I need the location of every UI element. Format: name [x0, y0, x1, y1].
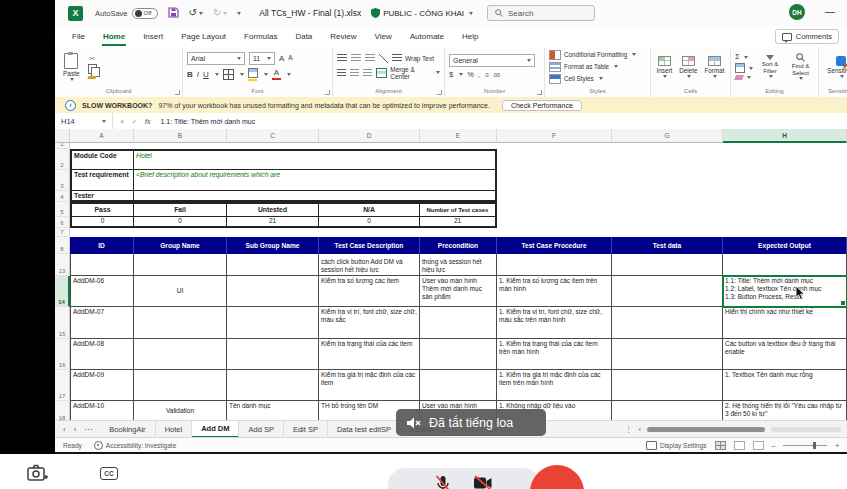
row-header[interactable]: 18	[55, 401, 70, 420]
tab-data[interactable]: Data	[286, 26, 321, 47]
align-right-button[interactable]	[363, 69, 372, 77]
row-header[interactable]: 5	[55, 202, 70, 217]
cell[interactable]	[420, 370, 497, 401]
sheet-nav-more-icon[interactable]: ⋯	[84, 425, 92, 434]
align-bottom-button[interactable]	[365, 54, 375, 62]
cell-module-code-label[interactable]: Module Code	[70, 149, 134, 170]
comma-style-button[interactable]: ,	[478, 70, 480, 79]
cell[interactable]	[497, 254, 612, 276]
sensitivity-label-button[interactable]: PUBLIC - CÔNG KHAI	[371, 8, 473, 18]
formula-input[interactable]: 1.1: Title: Thêm mới danh mục	[161, 118, 256, 125]
decrease-font-button[interactable]: A	[288, 55, 292, 62]
cell[interactable]: 1. Textbox Tên danh mục rỗng	[723, 370, 847, 401]
cell[interactable]: Tên danh mục	[227, 401, 319, 420]
tab-home[interactable]: Home	[94, 26, 134, 47]
tab-review[interactable]: Review	[321, 26, 365, 47]
row-header[interactable]: 3	[55, 170, 70, 191]
cell[interactable]	[612, 254, 723, 276]
clear-button[interactable]	[735, 75, 751, 80]
autosum-button[interactable]: Σ	[735, 53, 748, 61]
sheet-nav-prev-icon[interactable]: ‹	[63, 425, 66, 434]
table-header-test-data[interactable]: Test data	[612, 237, 723, 254]
number-dialog-launcher-icon[interactable]	[537, 90, 542, 95]
decrease-decimal-button[interactable]: .00	[493, 72, 501, 78]
end-call-button[interactable]	[530, 465, 584, 489]
font-dialog-launcher-icon[interactable]	[325, 90, 330, 95]
cell-tester-label[interactable]: Tester	[70, 191, 134, 202]
col-header-d[interactable]: D	[319, 129, 420, 143]
table-header-expected-output[interactable]: Expected Output	[723, 237, 847, 254]
cell-summary-value[interactable]: 21	[227, 217, 319, 228]
col-header-f[interactable]: F	[497, 129, 612, 143]
increase-font-button[interactable]: A	[279, 55, 284, 63]
cell[interactable]	[612, 401, 723, 420]
borders-button[interactable]	[223, 69, 234, 80]
merge-center-button[interactable]: Merge & Center	[376, 66, 440, 80]
fill-button[interactable]	[735, 63, 753, 73]
italic-button[interactable]: I	[197, 71, 199, 79]
check-performance-button[interactable]: Check Performance	[502, 100, 582, 111]
cell-test-requirement-value[interactable]: <Brief description about requirements wh…	[134, 170, 497, 191]
zoom-slider-handle[interactable]	[813, 442, 816, 449]
cell-summary-header[interactable]: Number of Test cases	[420, 202, 497, 217]
alignment-dialog-launcher-icon[interactable]	[437, 90, 442, 95]
tab-insert[interactable]: Insert	[134, 26, 172, 47]
cell[interactable]: UI	[134, 276, 227, 307]
paste-button[interactable]: Paste	[59, 52, 84, 82]
col-header-b[interactable]: B	[134, 129, 227, 143]
cell[interactable]	[227, 307, 319, 339]
quick-access-more-icon[interactable]	[237, 12, 241, 15]
row-header-selected[interactable]: 14	[55, 276, 70, 307]
table-header-test-case-procedure[interactable]: Test Case Procedure	[497, 237, 612, 254]
cell[interactable]	[227, 254, 319, 276]
font-size-select[interactable]: 11	[249, 52, 275, 65]
row-header[interactable]: 17	[55, 370, 70, 401]
underline-button[interactable]: U	[203, 71, 209, 79]
comments-button[interactable]: Comments	[775, 29, 839, 44]
horizontal-scrollbar-thumb[interactable]	[647, 427, 765, 432]
sheet-tab-bookingair[interactable]: BookingAir	[100, 421, 155, 438]
captions-button[interactable]: CC	[100, 467, 118, 480]
row-header[interactable]: 6	[55, 217, 70, 228]
search-input[interactable]: Search	[487, 5, 595, 21]
camera-muted-button[interactable]	[473, 475, 493, 489]
accounting-format-button[interactable]: $	[449, 70, 453, 79]
delete-cells-button[interactable]: Delete	[679, 56, 697, 78]
cell[interactable]	[134, 307, 227, 339]
zoom-in-button[interactable]: +	[835, 442, 839, 449]
avatar[interactable]: DH	[789, 4, 805, 20]
sensitivity-button[interactable]: Sensitivity	[827, 56, 847, 78]
sort-filter-button[interactable]: Sort & Filter	[758, 55, 782, 79]
table-header-sub-group-name[interactable]: Sub Group Name	[227, 237, 319, 254]
cell-summary-value[interactable]: 0	[70, 217, 134, 228]
cell[interactable]	[227, 276, 319, 307]
mic-muted-button[interactable]	[435, 475, 451, 489]
align-center-button[interactable]	[350, 69, 359, 77]
cell[interactable]: cách click button Add DM và session hết …	[319, 254, 420, 276]
orientation-button[interactable]	[379, 54, 388, 63]
percent-style-button[interactable]: %	[467, 70, 474, 79]
cell[interactable]	[612, 276, 723, 307]
cell-tester-value[interactable]	[134, 191, 497, 202]
screenshot-camera-button[interactable]	[27, 464, 48, 482]
sheet-tab-hotel[interactable]: Hotel	[156, 421, 193, 438]
col-header-a[interactable]: A	[70, 129, 134, 143]
hscroll-left-icon[interactable]: ‹	[639, 425, 642, 434]
cell[interactable]: 1. Kiểm tra trạng thái của các item trên…	[497, 339, 612, 370]
cell[interactable]: Kiểm tra giá trị mặc định của các item	[319, 370, 420, 401]
tab-file[interactable]: File	[63, 26, 94, 47]
increase-decimal-button[interactable]: .0	[484, 72, 489, 78]
col-header-e[interactable]: E	[420, 129, 497, 143]
col-header-h-selected[interactable]: H	[723, 129, 847, 143]
cell[interactable]: User vào màn hình Thêm mới danh mục sản …	[420, 276, 497, 307]
select-all-corner[interactable]	[55, 129, 70, 143]
cell[interactable]	[612, 307, 723, 339]
cell[interactable]: Kiểm tra trạng thái của các item	[319, 339, 420, 370]
view-page-layout-button[interactable]	[734, 441, 745, 450]
conditional-formatting-button[interactable]: Conditional Formatting	[549, 50, 636, 60]
cell[interactable]	[134, 254, 227, 276]
horizontal-scrollbar-track[interactable]	[771, 427, 841, 432]
cell[interactable]: AddDM-09	[70, 370, 134, 401]
row-header[interactable]: 2	[55, 149, 70, 170]
name-box[interactable]: H14	[55, 113, 113, 129]
